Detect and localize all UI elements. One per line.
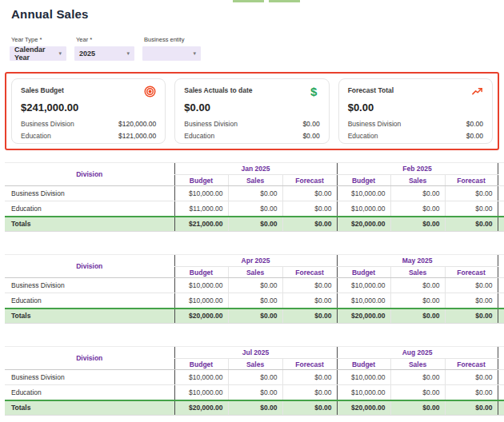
cutoff-next-month-column <box>498 347 504 370</box>
filter-bar: Year Type * Calendar Year ▾ Year * 2025 … <box>10 36 504 61</box>
total-value: $0.00 <box>228 309 282 324</box>
forecast-column-header: Forecast <box>445 175 498 186</box>
cell-value: $0.00 <box>228 385 282 400</box>
cell-value: $0.00 <box>390 186 445 201</box>
total-value: $20,000.00 <box>174 400 228 416</box>
forecast-column-header: Forecast <box>282 359 337 370</box>
filter-business-entity: Business entity ▾ <box>142 36 201 61</box>
cutoff-cell <box>498 400 504 416</box>
top-toolbar-button-2[interactable] <box>269 0 300 2</box>
cell-value: $10,000.00 <box>337 278 390 293</box>
target-icon <box>144 86 156 98</box>
totals-label: Totals <box>5 217 174 232</box>
forecast-column-header: Forecast <box>445 267 498 278</box>
year-select[interactable]: 2025 ▾ <box>74 46 134 61</box>
cell-value: $10,000.00 <box>337 293 390 309</box>
cutoff-cell <box>498 309 504 324</box>
table-row: Education $10,000.00 $0.00 $0.00 $10,000… <box>5 385 504 400</box>
cell-value: $0.00 <box>228 293 282 309</box>
breakdown-value: $120,000.00 <box>118 118 156 130</box>
month-header: Feb 2025 <box>337 163 498 175</box>
cutoff-next-month-column <box>498 255 504 278</box>
month-header: Aug 2025 <box>337 347 498 359</box>
month-header: May 2025 <box>337 255 498 267</box>
budget-column-header: Budget <box>174 359 228 370</box>
table-row: Business Division $10,000.00 $0.00 $0.00… <box>5 370 504 385</box>
forecast-column-header: Forecast <box>282 175 337 186</box>
year-type-label: Year Type * <box>11 36 66 43</box>
budget-column-header: Budget <box>174 175 228 186</box>
division-column-header: Division <box>5 347 174 370</box>
cell-value: $10,000.00 <box>174 293 228 309</box>
breakdown-value: $0.00 <box>466 130 483 142</box>
cutoff-cell <box>498 186 504 201</box>
breakdown-value: $121,000.00 <box>118 130 156 142</box>
total-value: $20,000.00 <box>174 309 228 324</box>
cell-value: $0.00 <box>282 293 337 309</box>
total-value: $0.00 <box>445 400 498 416</box>
chevron-down-icon: ▾ <box>126 50 130 57</box>
trending-up-icon <box>471 86 483 98</box>
breakdown-value: $0.00 <box>302 118 319 130</box>
summary-cards-panel: Sales Budget $241,000.00 Business Divisi… <box>5 72 499 150</box>
cell-value: $0.00 <box>282 186 337 201</box>
cell-value: $0.00 <box>445 201 498 217</box>
total-value: $0.00 <box>228 400 282 416</box>
cell-value: $0.00 <box>390 278 445 293</box>
year-type-value: Calendar Year <box>14 46 54 62</box>
monthly-table-jul-aug: Division Jul 2025 Aug 2025 Budget Sales … <box>5 346 504 416</box>
totals-row: Totals $21,000.00 $0.00 $0.00 $20,000.00… <box>5 217 504 232</box>
cell-value: $0.00 <box>445 186 498 201</box>
total-value: $0.00 <box>282 309 337 324</box>
budget-column-header: Budget <box>174 267 228 278</box>
total-value: $20,000.00 <box>337 309 390 324</box>
card-title: Sales Budget <box>21 86 64 94</box>
filter-year-type: Year Type * Calendar Year ▾ <box>10 36 66 61</box>
top-toolbar-button-1[interactable] <box>233 0 264 2</box>
cell-value: $0.00 <box>390 370 445 385</box>
cutoff-cell <box>498 217 504 232</box>
business-entity-select[interactable]: ▾ <box>142 46 201 61</box>
cutoff-cell <box>498 385 504 400</box>
breakdown-label: Education <box>348 130 378 142</box>
year-label: Year * <box>76 36 134 43</box>
sales-column-header: Sales <box>228 359 282 370</box>
cell-value: $0.00 <box>445 385 498 400</box>
division-name: Education <box>5 293 174 309</box>
cell-value: $0.00 <box>282 201 337 217</box>
cell-value: $10,000.00 <box>174 385 228 400</box>
sales-column-header: Sales <box>390 175 445 186</box>
division-column-header: Division <box>5 255 174 278</box>
sales-column-header: Sales <box>228 175 282 186</box>
table-row: Education $10,000.00 $0.00 $0.00 $10,000… <box>5 293 504 309</box>
month-header: Apr 2025 <box>174 255 337 267</box>
page-title: Annual Sales <box>11 7 504 21</box>
cell-value: $0.00 <box>282 370 337 385</box>
card-breakdown-row: Education $121,000.00 <box>21 130 156 142</box>
cell-value: $10,000.00 <box>174 278 228 293</box>
total-value: $20,000.00 <box>337 217 390 232</box>
cell-value: $0.00 <box>390 385 445 400</box>
breakdown-label: Education <box>21 130 51 142</box>
card-breakdown-row: Business Division $0.00 <box>184 118 319 130</box>
card-breakdown-row: Business Division $120,000.00 <box>21 118 156 130</box>
year-value: 2025 <box>79 50 95 58</box>
total-value: $0.00 <box>390 400 445 416</box>
division-column-header: Division <box>5 163 174 186</box>
breakdown-value: $0.00 <box>466 118 483 130</box>
total-value: $0.00 <box>390 309 445 324</box>
cell-value: $0.00 <box>228 370 282 385</box>
total-value: $0.00 <box>282 217 337 232</box>
totals-label: Totals <box>5 400 174 416</box>
card-total-value: $241,000.00 <box>21 102 156 113</box>
cell-value: $0.00 <box>390 201 445 217</box>
year-type-select[interactable]: Calendar Year ▾ <box>10 46 66 61</box>
card-total-value: $0.00 <box>348 102 483 113</box>
total-value: $20,000.00 <box>337 400 390 416</box>
card-total-value: $0.00 <box>184 102 319 113</box>
card-breakdown-row: Business Division $0.00 <box>348 118 483 130</box>
total-value: $21,000.00 <box>174 217 228 232</box>
cell-value: $10,000.00 <box>337 370 390 385</box>
cell-value: $10,000.00 <box>174 370 228 385</box>
total-value: $0.00 <box>445 217 498 232</box>
